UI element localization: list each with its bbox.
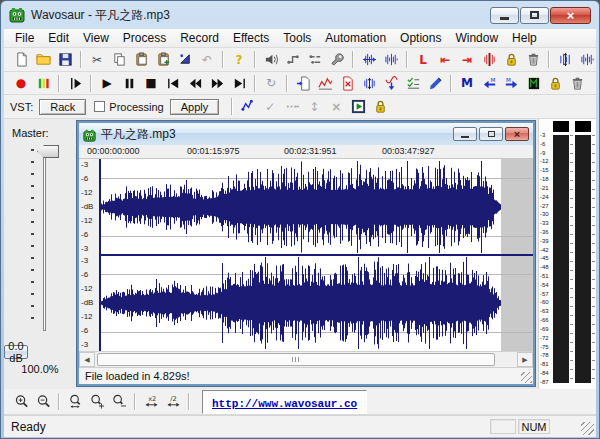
help-icon[interactable]: ?: [229, 50, 249, 70]
play-from-cursor-icon[interactable]: [65, 73, 85, 93]
minimize-button[interactable]: [490, 7, 519, 24]
zoom-selection-icon[interactable]: [555, 50, 575, 70]
pencil-edit-icon[interactable]: [425, 73, 445, 93]
document-resize-grip[interactable]: [521, 372, 532, 383]
menu-effects[interactable]: Effects: [226, 30, 276, 46]
statistics-icon[interactable]: [315, 73, 335, 93]
horizontal-scrollbar[interactable]: ◀ ▶: [79, 351, 533, 367]
menu-help[interactable]: Help: [505, 30, 544, 46]
menu-record[interactable]: Record: [173, 30, 226, 46]
zoom-in-icon[interactable]: [11, 392, 31, 412]
bitdepth-icon[interactable]: [381, 50, 401, 70]
marker-m-icon[interactable]: M: [457, 73, 477, 93]
menu-window[interactable]: Window: [448, 30, 505, 46]
undo-icon[interactable]: ↶: [197, 50, 217, 70]
scroll-left-arrow[interactable]: ◀: [79, 352, 95, 367]
marker-right-icon[interactable]: ⇥: [457, 50, 477, 70]
menu-automation[interactable]: Automation: [318, 30, 393, 46]
timeline-ruler[interactable]: 00:00:00:00000:01:15:97500:02:31:95100:0…: [79, 145, 533, 159]
loop-points-icon[interactable]: L: [413, 50, 433, 70]
zoom-fit-icon[interactable]: [65, 392, 85, 412]
speaker-icon[interactable]: [261, 50, 281, 70]
clip-indicator-left[interactable]: [553, 121, 569, 132]
vst-updown-icon[interactable]: ↕: [304, 97, 324, 117]
fit-window-icon[interactable]: [577, 50, 596, 70]
wave-vertical-icon[interactable]: [359, 73, 379, 93]
vst-confirm-icon[interactable]: ✓: [260, 97, 280, 117]
previous-marker-icon[interactable]: M: [479, 73, 499, 93]
rewind-icon[interactable]: [185, 73, 205, 93]
markers-wave-icon[interactable]: [479, 50, 499, 70]
paste-insert-icon[interactable]: [153, 50, 173, 70]
delete-markers-icon[interactable]: [523, 50, 543, 70]
vst-rack-button[interactable]: Rack: [39, 99, 86, 115]
zoom-out-icon[interactable]: [33, 392, 53, 412]
marker-block-icon[interactable]: [523, 73, 543, 93]
menu-process[interactable]: Process: [116, 30, 173, 46]
zoom-half-icon[interactable]: /2: [163, 392, 183, 412]
waveform-display[interactable]: [99, 159, 533, 351]
routing-icon[interactable]: [305, 50, 325, 70]
maximize-button[interactable]: [520, 7, 549, 24]
master-volume-slider[interactable]: [4, 145, 76, 333]
menu-options[interactable]: Options: [393, 30, 448, 46]
zoom-vertical-in-icon[interactable]: [87, 392, 107, 412]
loop-playback-icon[interactable]: ↻: [261, 73, 281, 93]
scroll-right-arrow[interactable]: ▶: [517, 352, 533, 367]
new-file-icon[interactable]: [11, 50, 31, 70]
vst-route-icon[interactable]: [282, 97, 302, 117]
cut-icon[interactable]: ✂: [87, 50, 107, 70]
open-file-icon[interactable]: [33, 50, 53, 70]
monitor-meter-icon[interactable]: [33, 73, 53, 93]
trash-icon[interactable]: [567, 73, 587, 93]
paste-icon[interactable]: [131, 50, 151, 70]
vst-apply-button[interactable]: Apply: [170, 99, 220, 115]
status-ready-text: Ready: [11, 420, 46, 434]
menu-tools[interactable]: Tools: [276, 30, 318, 46]
menu-view[interactable]: View: [76, 30, 116, 46]
wavosaur-link[interactable]: http://www.wavosaur.co: [212, 398, 357, 410]
save-file-icon[interactable]: [55, 50, 75, 70]
trim-icon[interactable]: [175, 50, 195, 70]
slider-thumb[interactable]: [37, 145, 59, 158]
pause-icon[interactable]: [119, 73, 139, 93]
scrollbar-track[interactable]: [95, 352, 517, 367]
go-end-icon[interactable]: [229, 73, 249, 93]
close-button[interactable]: ×: [550, 7, 591, 24]
document-maximize-button[interactable]: [479, 127, 503, 141]
document-minimize-button[interactable]: [453, 127, 477, 141]
lock-icon[interactable]: [545, 73, 565, 93]
go-start-icon[interactable]: [163, 73, 183, 93]
vst-lock-icon[interactable]: [370, 97, 390, 117]
normalize-icon[interactable]: [381, 73, 401, 93]
zoom-vertical-out-icon[interactable]: [109, 392, 129, 412]
scrollbar-thumb[interactable]: [97, 353, 495, 366]
clip-indicator-right[interactable]: [575, 121, 591, 132]
window-titlebar[interactable]: Wavosaur - 平凡之路.mp3 ×: [1, 1, 599, 29]
vst-curve-icon[interactable]: [238, 97, 258, 117]
menu-edit[interactable]: Edit: [41, 30, 76, 46]
delete-region-icon[interactable]: [337, 73, 357, 93]
wrench-icon[interactable]: [327, 50, 347, 70]
vst-play-icon[interactable]: [348, 97, 368, 117]
vst-processing-checkbox[interactable]: [94, 101, 105, 112]
cable-icon[interactable]: [283, 50, 303, 70]
marker-left-icon[interactable]: ⇤: [435, 50, 455, 70]
vst-close-icon[interactable]: ×: [326, 97, 346, 117]
resample-icon[interactable]: [359, 50, 379, 70]
marker-list-icon[interactable]: [403, 73, 423, 93]
copy-icon[interactable]: [109, 50, 129, 70]
next-marker-icon[interactable]: M: [501, 73, 521, 93]
document-close-button[interactable]: ×: [505, 127, 529, 141]
zoom-x2-icon[interactable]: x2: [141, 392, 161, 412]
play-icon[interactable]: ▶: [97, 73, 117, 93]
window-resize-grip[interactable]: [581, 422, 594, 435]
insert-file-icon[interactable]: [293, 73, 313, 93]
menu-file[interactable]: File: [8, 30, 41, 46]
slider-track[interactable]: [43, 147, 46, 331]
forward-icon[interactable]: [207, 73, 227, 93]
document-titlebar[interactable]: 平凡之路.mp3 ×: [79, 123, 533, 145]
stop-icon[interactable]: ■: [141, 73, 161, 93]
record-icon[interactable]: ●: [11, 73, 31, 93]
lock-markers-icon[interactable]: [501, 50, 521, 70]
